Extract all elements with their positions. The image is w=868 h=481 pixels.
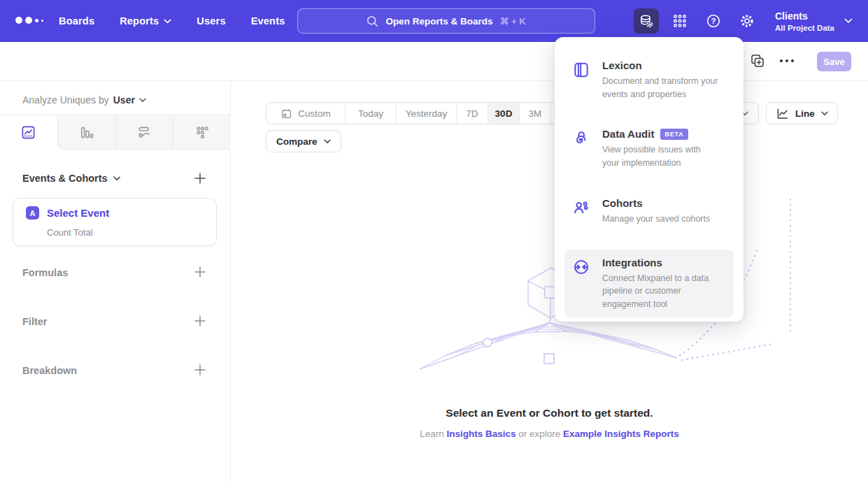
lexicon-book-icon xyxy=(572,59,590,101)
date-range-7d[interactable]: 7D xyxy=(456,103,488,124)
menu-item-description: View possible issues with your implement… xyxy=(602,143,720,169)
menu-item-cohorts[interactable]: Cohorts Manage your saved cohorts xyxy=(564,190,734,233)
tab-flows[interactable] xyxy=(115,115,173,150)
search-shortcut: ⌘ + K xyxy=(499,16,525,27)
nav-menu: Boards Reports Users Events xyxy=(59,0,285,42)
menu-item-lexicon[interactable]: Lexicon Document and transform your even… xyxy=(564,52,734,108)
date-range-label: Yesterday xyxy=(406,108,448,119)
date-range-3m[interactable]: 3M xyxy=(519,103,550,124)
data-management-button[interactable] xyxy=(634,8,659,34)
integrations-sync-icon xyxy=(572,257,590,311)
plus-icon xyxy=(194,172,206,185)
data-audit-icon xyxy=(572,128,590,169)
menu-item-description: Connect Mixpanel to a data pipeline or c… xyxy=(602,272,720,311)
copy-plus-icon xyxy=(750,53,765,69)
nav-item-reports[interactable]: Reports xyxy=(120,15,171,27)
help-icon: ? xyxy=(706,13,721,29)
select-event-card[interactable]: A Select Event Count Total xyxy=(13,198,217,246)
svg-text:?: ? xyxy=(711,17,716,25)
database-gear-icon xyxy=(639,13,655,29)
nav-item-boards[interactable]: Boards xyxy=(59,15,94,27)
chevron-down-icon[interactable] xyxy=(139,98,146,103)
help-button[interactable]: ? xyxy=(701,8,726,34)
add-event-button[interactable] xyxy=(194,172,206,185)
date-range-30d-selected[interactable]: 30D xyxy=(488,103,519,124)
tab-retention[interactable] xyxy=(173,115,231,150)
date-range-label: 7D xyxy=(466,108,478,119)
analyze-value-dropdown[interactable]: User xyxy=(113,94,135,106)
search-input[interactable]: Open Reports & Boards ⌘ + K xyxy=(297,8,595,34)
retention-grid-icon xyxy=(194,124,211,141)
menu-item-description: Manage your saved cohorts xyxy=(602,213,710,226)
formulas-section-label: Formulas xyxy=(22,267,68,278)
settings-button[interactable] xyxy=(734,8,760,34)
plus-icon xyxy=(194,315,206,327)
chevron-down-icon xyxy=(113,176,120,181)
menu-item-integrations[interactable]: Integrations Connect Mixpanel to a data … xyxy=(564,250,734,318)
nav-right-cluster: ? Clients All Project Data xyxy=(634,0,868,42)
chevron-down-icon xyxy=(164,19,171,24)
nav-item-label: Reports xyxy=(120,15,159,27)
search-placeholder: Open Reports & Boards xyxy=(385,16,492,27)
add-filter-button[interactable] xyxy=(194,315,206,327)
event-letter-badge: A xyxy=(26,206,39,220)
line-chart-icon xyxy=(776,107,789,120)
plus-icon xyxy=(194,364,206,376)
more-options-button[interactable] xyxy=(780,59,794,62)
apps-grid-button[interactable] xyxy=(667,8,692,34)
beta-badge: BETA xyxy=(660,129,688,140)
analyze-uniques-row: Analyze Uniques by User xyxy=(22,94,146,106)
bar-chart-icon xyxy=(78,124,94,141)
select-event-label: Select Event xyxy=(47,207,109,219)
mixpanel-logo-icon[interactable] xyxy=(15,17,43,24)
breakdown-section-label: Breakdown xyxy=(22,365,77,376)
events-cohorts-header[interactable]: Events & Cohorts xyxy=(22,173,120,184)
date-range-custom[interactable]: Custom xyxy=(266,103,345,124)
nav-item-events[interactable]: Events xyxy=(251,15,285,27)
chart-type-tabs xyxy=(0,115,231,150)
add-breakdown-button[interactable] xyxy=(194,364,206,376)
analyze-prefix-label: Analyze Uniques by xyxy=(22,94,109,106)
chevron-down-icon xyxy=(324,139,331,144)
insights-chart-icon xyxy=(20,124,36,141)
project-scope: All Project Data xyxy=(775,24,834,32)
filter-section-label: Filter xyxy=(22,316,47,327)
date-range-label: Today xyxy=(358,108,383,119)
menu-item-data-audit[interactable]: Data Audit BETA View possible issues wit… xyxy=(564,121,734,176)
app-root: Boards Reports Users Events Open Reports… xyxy=(0,0,868,481)
menu-item-description: Document and transform your events and p… xyxy=(602,75,720,101)
empty-state-title: Select an Event or Cohort to get started… xyxy=(231,407,868,419)
cohorts-people-icon xyxy=(572,197,590,226)
project-selector[interactable]: Clients All Project Data xyxy=(775,10,834,32)
menu-item-title: Integrations xyxy=(602,257,662,268)
tab-bar-chart[interactable] xyxy=(57,115,115,150)
insights-basics-link[interactable]: Insights Basics xyxy=(446,429,515,439)
date-range-today[interactable]: Today xyxy=(345,103,396,124)
menu-item-title: Lexicon xyxy=(602,59,642,71)
tab-insights-line[interactable] xyxy=(0,115,57,150)
count-total-label[interactable]: Count Total xyxy=(47,227,93,238)
menu-item-title: Data Audit xyxy=(602,128,654,140)
learn-prefix: Learn xyxy=(420,429,444,439)
top-nav: Boards Reports Users Events Open Reports… xyxy=(0,0,868,42)
nav-item-label: Events xyxy=(251,15,285,27)
duplicate-report-button[interactable] xyxy=(750,53,765,71)
chart-type-button[interactable]: Line xyxy=(766,102,838,124)
gear-icon xyxy=(739,13,755,29)
nav-item-label: Users xyxy=(197,15,225,27)
date-range-yesterday[interactable]: Yesterday xyxy=(396,103,456,124)
chart-type-label: Line xyxy=(795,108,815,119)
example-reports-link[interactable]: Example Insights Reports xyxy=(563,429,679,439)
nav-item-label: Boards xyxy=(59,15,94,27)
date-range-label: 3M xyxy=(529,108,542,119)
plus-icon xyxy=(194,266,206,278)
date-range-label: Custom xyxy=(298,108,331,119)
events-cohorts-label: Events & Cohorts xyxy=(22,173,108,184)
add-formula-button[interactable] xyxy=(194,266,206,278)
compare-label: Compare xyxy=(276,136,318,147)
menu-item-title: Cohorts xyxy=(602,197,643,209)
project-name: Clients xyxy=(775,10,834,22)
compare-button[interactable]: Compare xyxy=(266,130,341,152)
nav-item-users[interactable]: Users xyxy=(197,15,225,27)
save-button[interactable]: Save xyxy=(817,52,851,71)
